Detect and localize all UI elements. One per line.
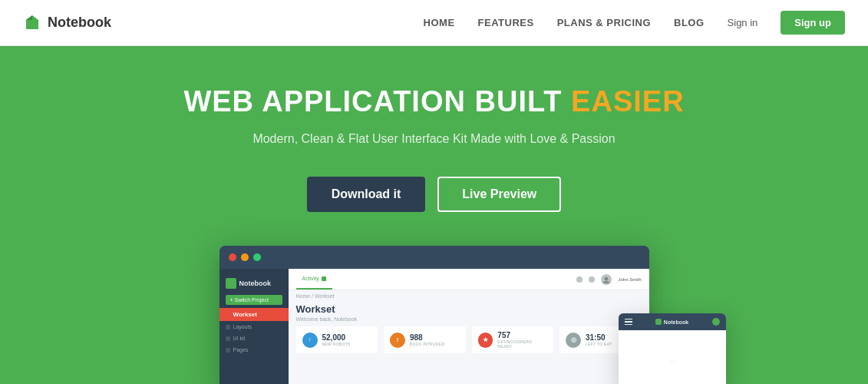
uikit-icon [226, 336, 230, 341]
tab-activity[interactable]: Activity [296, 269, 332, 290]
hero-buttons: Download it Live Preview [307, 177, 562, 212]
hero-subtitle: Modern, Clean & Flat User Interface Kit … [252, 132, 615, 146]
hero-title-accent: EASIER [571, 85, 684, 118]
hero-title: WEB APPLICATION BUILT EASIER [183, 84, 684, 120]
nav-home[interactable]: HOME [424, 17, 455, 28]
sidebar-nav-layouts[interactable]: Layouts [219, 321, 289, 333]
download-button[interactable]: Download it [307, 177, 426, 212]
sidebar-nav-uikit[interactable]: UI kit [219, 333, 289, 344]
nav-plans[interactable]: PLANS & PRICING [557, 17, 651, 28]
stat-label-extinguishers: EXTINGUISHERS READY [497, 339, 547, 349]
stat-card-bugs: ! 988 BUGS INTRUDED [384, 326, 466, 353]
svg-point-3 [603, 281, 609, 283]
phone-topbar: Notebook [619, 313, 726, 330]
stat-value-robots: 52,000 [322, 333, 351, 342]
nav-features[interactable]: FEATURES [478, 17, 534, 28]
app-main: Activity [289, 269, 649, 384]
phone-placeholder: ··· [670, 359, 675, 364]
phone-brand: Notebook [655, 319, 688, 325]
window-minimize-dot [241, 253, 249, 261]
nav-blog[interactable]: BLOG [674, 17, 705, 28]
stat-value-time: 31:50 [586, 333, 612, 342]
browser-topbar [219, 246, 649, 269]
stats-row: ↑ 52,000 NEW ROBOTS ! 988 BUGS INTRUDED [289, 326, 649, 353]
app-topbar: Activity [289, 269, 649, 290]
stat-value-extinguishers: 757 [497, 331, 547, 339]
sidebar-uikit-label: UI kit [233, 336, 246, 341]
stat-info-bugs: 988 BUGS INTRUDED [410, 333, 444, 346]
app-sidebar: Notebook + Switch Project Workset Layout… [219, 269, 289, 384]
sidebar-layouts-label: Layouts [233, 324, 252, 329]
svg-point-2 [605, 276, 609, 280]
stat-label-bugs: BUGS INTRUDED [410, 342, 444, 346]
phone-content: ··· [619, 330, 726, 384]
app-preview-wrapper: Notebook + Switch Project Workset Layout… [219, 246, 649, 384]
hero-title-part2: BUILT [475, 85, 572, 118]
layouts-icon [226, 325, 230, 329]
navbar: Notebook HOME FEATURES PLANS & PRICING B… [0, 0, 868, 46]
phone-brand-name: Notebook [664, 319, 688, 325]
signin-link[interactable]: Sign in [728, 17, 758, 28]
sidebar-header: Notebook [219, 275, 289, 292]
stat-card-robots: ↑ 52,000 NEW ROBOTS [296, 326, 378, 353]
sidebar-nav-pages[interactable]: Pages [219, 344, 289, 356]
tab-activity-label: Activity [302, 276, 319, 281]
hamburger-icon [625, 319, 632, 326]
mock-browser: Notebook + Switch Project Workset Layout… [219, 246, 649, 384]
page-subtitle: Welcome back, Notebook [289, 316, 649, 326]
user-name-label: John.Smith [618, 277, 641, 282]
mock-phone: Notebook ··· [619, 313, 726, 384]
search-icon [589, 276, 595, 283]
signup-button[interactable]: Sign up [781, 11, 845, 35]
stat-value-bugs: 988 [410, 333, 444, 342]
stat-icon-time: ◎ [566, 333, 581, 348]
stat-info-robots: 52,000 NEW ROBOTS [322, 333, 351, 346]
phone-settings-icon [712, 318, 720, 326]
stat-label-time: LEFT TO EAT [586, 342, 612, 346]
preview-button[interactable]: Live Preview [437, 177, 561, 212]
navbar-links: HOME FEATURES PLANS & PRICING BLOG Sign … [424, 11, 845, 35]
stat-info-extinguishers: 757 EXTINGUISHERS READY [497, 331, 547, 349]
topbar-actions: John.Smith [576, 274, 641, 285]
sidebar-add-button[interactable]: + Switch Project [226, 295, 282, 305]
stat-icon-extinguishers: ★ [478, 333, 493, 348]
brand-icon [23, 14, 41, 32]
sidebar-add-label: + Switch Project [230, 297, 269, 303]
hero-section: WEB APPLICATION BUILT EASIER Modern, Cle… [0, 46, 868, 384]
hero-title-part1: WEB APPLICATION [183, 85, 466, 118]
stat-icon-robots: ↑ [302, 333, 318, 348]
sidebar-pages-label: Pages [233, 347, 249, 353]
page-title: Workset [289, 302, 649, 316]
brand: Notebook [23, 14, 111, 32]
sidebar-active-item[interactable]: Workset [219, 308, 289, 321]
sidebar-active-label: Workset [233, 311, 257, 318]
stat-icon-bugs: ! [390, 333, 405, 348]
tab-activity-indicator [322, 276, 326, 281]
browser-content: Notebook + Switch Project Workset Layout… [219, 269, 649, 384]
svg-marker-1 [26, 15, 32, 20]
brand-name: Notebook [48, 15, 111, 31]
active-item-icon [226, 313, 230, 317]
avatar-icon [602, 276, 610, 283]
stat-info-time: 31:50 LEFT TO EAT [586, 333, 612, 346]
user-avatar [601, 274, 612, 285]
sidebar-brand-name: Notebook [239, 280, 272, 287]
phone-logo-icon [655, 319, 662, 325]
breadcrumb: Home / Workset [289, 290, 649, 302]
window-close-dot [229, 253, 236, 261]
app-tabs: Activity [296, 269, 332, 290]
notification-icon [576, 276, 583, 283]
stat-label-robots: NEW ROBOTS [322, 342, 351, 346]
pages-icon [226, 348, 230, 353]
window-maximize-dot [253, 253, 261, 261]
stat-card-extinguishers: ★ 757 EXTINGUISHERS READY [472, 326, 554, 353]
sidebar-logo-icon [226, 278, 236, 289]
